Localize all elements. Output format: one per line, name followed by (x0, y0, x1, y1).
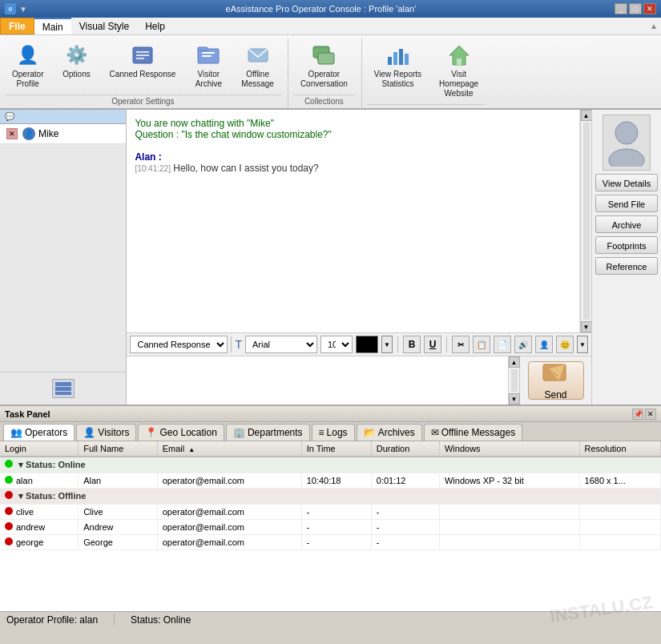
table-row[interactable]: george George operator@email.com - - (0, 535, 661, 550)
menu-main[interactable]: Main (34, 18, 71, 34)
table-row[interactable]: alan Alan operator@email.com 10:40:18 0:… (0, 473, 661, 489)
input-scroll-down[interactable]: ▼ (509, 393, 520, 405)
color-dropdown[interactable]: ▼ (381, 336, 393, 353)
color-picker[interactable] (356, 336, 378, 353)
underline-button[interactable]: U (424, 336, 441, 353)
visit-homepage-button[interactable]: VisitHomepageWebsite (432, 38, 486, 103)
sidebar-action-button[interactable] (52, 379, 75, 398)
status-profile: Operator Profile: alan (6, 614, 98, 626)
task-pin-button[interactable]: 📌 (632, 409, 643, 420)
send-area: Send (519, 356, 591, 405)
cell-fullname: George (79, 535, 158, 550)
canned-response-select[interactable]: Canned Response (130, 336, 228, 353)
cut-button[interactable]: ✂ (452, 336, 470, 353)
tab-logs-label: Logs (327, 427, 348, 438)
scroll-down-button[interactable]: ▼ (581, 321, 592, 332)
operator-conversation-button[interactable]: OperatorConversation (293, 38, 355, 93)
reference-button[interactable]: Reference (595, 257, 658, 275)
chat-messages: You are now chatting with "Mike" Questio… (127, 110, 580, 332)
tab-operators[interactable]: 👥 Operators (3, 424, 75, 441)
operator-profile-button[interactable]: 👤 OperatorProfile (5, 38, 50, 93)
send-button[interactable]: Send (528, 361, 584, 400)
chat-user-item[interactable]: ✕ 👤 Mike (0, 124, 126, 144)
scroll-up-button[interactable]: ▲ (581, 110, 592, 121)
view-details-button[interactable]: View Details (595, 174, 658, 191)
emoji-dropdown[interactable]: ▼ (577, 336, 588, 353)
col-intime[interactable]: In Time (301, 441, 371, 457)
menu-bar: File Main Visual Style Help ▲ (0, 18, 661, 35)
window-title: eAssistance Pro Operator Console : Profi… (27, 4, 615, 14)
tab-archives-label: Archives (378, 427, 415, 438)
tab-logs[interactable]: ≡ Logs (312, 424, 355, 441)
col-duration[interactable]: Duration (371, 441, 439, 457)
tab-offline-label: Offline Messages (441, 427, 516, 438)
tab-visitors[interactable]: 👤 Visitors (76, 424, 136, 441)
offline-message-button[interactable]: OfflineMessage (234, 38, 281, 93)
size-select[interactable]: 10 (320, 336, 353, 353)
visit-homepage-icon (446, 42, 472, 68)
title-bar-left: e ▼ (5, 3, 27, 14)
canned-response-icon (130, 42, 155, 68)
tab-offline-messages[interactable]: ✉ Offline Messages (424, 424, 523, 441)
tab-archives[interactable]: 📂 Archives (357, 424, 422, 441)
table-row[interactable]: clive Clive operator@email.com - - (0, 505, 661, 520)
close-chat-button[interactable]: ✕ (6, 128, 18, 139)
task-panel: Task Panel 📌 ✕ 👥 Operators 👤 Visitors 📍 … (0, 405, 661, 611)
col-login[interactable]: Login (0, 441, 79, 457)
cell-windows (439, 505, 579, 520)
col-windows[interactable]: Windows (439, 441, 579, 457)
toolbar-sep-1 (231, 336, 232, 352)
user-add-button[interactable]: 👤 (535, 336, 553, 353)
paste-button[interactable]: 📄 (494, 336, 511, 353)
restore-button[interactable]: □ (629, 3, 642, 14)
operators-table: Login Full Name Email ▲ In Time Duration… (0, 441, 661, 550)
cell-login: george (0, 535, 79, 550)
menu-help[interactable]: Help (137, 18, 173, 34)
emoji-button[interactable]: 😊 (556, 336, 574, 353)
cell-login: alan (0, 473, 79, 489)
menu-file[interactable]: File (0, 18, 34, 34)
task-panel-header: Task Panel 📌 ✕ (0, 406, 661, 422)
svg-rect-21 (55, 392, 71, 395)
canned-response-button[interactable]: Canned Response (102, 38, 183, 93)
col-resolution[interactable]: Resolution (579, 441, 660, 457)
archive-button[interactable]: Archive (595, 215, 658, 233)
sound-button[interactable]: 🔊 (514, 336, 532, 353)
font-select[interactable]: Arial (245, 336, 317, 353)
footprints-button[interactable]: Footprints (595, 236, 658, 254)
visitor-archive-button[interactable]: VisitorArchive (186, 38, 231, 93)
send-file-button[interactable]: Send File (595, 195, 658, 212)
options-button[interactable]: ⚙️ Options (54, 38, 99, 93)
close-button[interactable]: ✕ (643, 3, 656, 14)
tab-departments[interactable]: 🏢 Departments (226, 424, 310, 441)
bold-button[interactable]: B (403, 336, 421, 353)
minimize-button[interactable]: _ (615, 3, 627, 14)
task-panel-controls: 📌 ✕ (632, 409, 656, 420)
tab-visitors-icon: 👤 (83, 427, 95, 438)
right-panel: View Details Send File Archive Footprint… (591, 110, 661, 405)
task-panel-title: Task Panel (5, 409, 50, 419)
tab-geo-location[interactable]: 📍 Geo Location (138, 424, 224, 441)
chat-messages-wrapper: You are now chatting with "Mike" Questio… (127, 110, 591, 332)
menu-visual-style[interactable]: Visual Style (71, 18, 137, 34)
chat-message-line: [10:41:22] Hello, how can I assist you t… (135, 163, 571, 174)
collections-group-label: Collections (293, 95, 355, 107)
col-fullname[interactable]: Full Name (79, 441, 158, 457)
cell-intime: - (301, 520, 371, 535)
task-close-button[interactable]: ✕ (645, 409, 656, 420)
svg-point-26 (609, 149, 644, 167)
copy-button[interactable]: 📋 (473, 336, 490, 353)
svg-rect-19 (55, 382, 71, 386)
view-reports-button[interactable]: View ReportsStatistics (367, 38, 429, 103)
cell-windows: Windows XP - 32 bit (439, 473, 579, 489)
chat-sender: Alan : (135, 151, 161, 163)
table-row[interactable]: andrew Andrew operator@email.com - - (0, 520, 661, 535)
input-scroll-up[interactable]: ▲ (509, 356, 520, 368)
chat-timestamp: [10:41:22] (135, 164, 170, 173)
chat-input[interactable] (127, 356, 508, 405)
ribbon-group-reports: View ReportsStatistics VisitHomepageWebs… (367, 38, 492, 108)
cell-email: operator@email.com (157, 473, 301, 489)
cell-duration: - (371, 520, 439, 535)
cell-intime: 10:40:18 (301, 473, 371, 489)
col-email[interactable]: Email ▲ (157, 441, 301, 457)
